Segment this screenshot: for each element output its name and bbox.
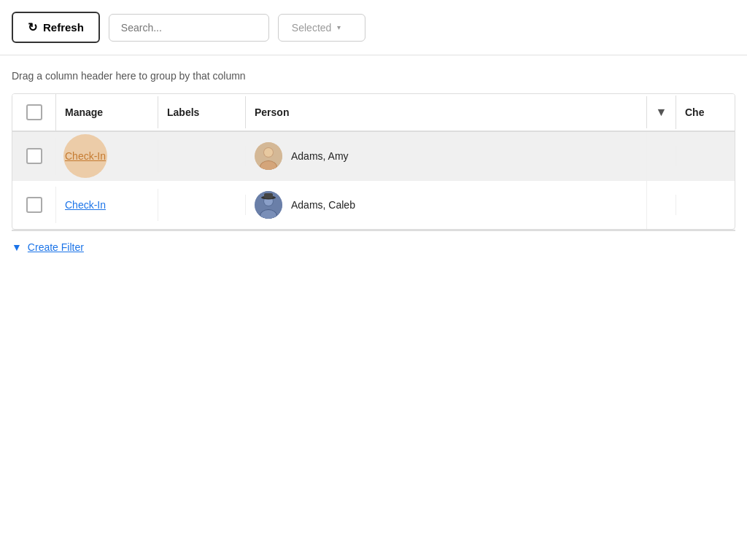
data-table: Manage Labels Person ▼ Che Check-In [12, 93, 735, 230]
refresh-icon: ↻ [28, 20, 37, 34]
header-person: Person [246, 96, 647, 128]
create-filter-row[interactable]: ▼ Create Filter [0, 231, 747, 263]
selected-dropdown[interactable]: Selected ▾ [278, 14, 365, 42]
create-filter-link[interactable]: Create Filter [28, 241, 84, 253]
checkin-link-caleb[interactable]: Check-In [65, 199, 106, 211]
person-cell-amy: Adams, Amy [246, 132, 647, 180]
header-checkbox-cell [12, 94, 56, 131]
avatar-caleb [255, 191, 282, 219]
svg-rect-11 [264, 193, 273, 198]
create-filter-icon: ▼ [12, 241, 22, 253]
header-manage: Manage [56, 96, 158, 128]
avatar-amy [255, 142, 282, 170]
checkin-extra-caleb [676, 195, 735, 215]
row-checkbox-cell [12, 187, 56, 223]
refresh-label: Refresh [43, 21, 84, 34]
search-input[interactable] [109, 14, 269, 42]
person-name-amy: Adams, Amy [291, 150, 349, 162]
toolbar: ↻ Refresh Selected ▾ [0, 0, 747, 55]
table-header: Manage Labels Person ▼ Che [12, 94, 735, 132]
svg-point-3 [264, 148, 273, 157]
person-name-caleb: Adams, Caleb [291, 199, 355, 211]
table-row: Check-In Adams, Amy [12, 132, 735, 181]
filter-cell-amy [647, 146, 676, 166]
chevron-down-icon: ▾ [337, 23, 341, 31]
header-filter-cell[interactable]: ▼ [647, 96, 676, 129]
select-all-checkbox[interactable] [26, 104, 42, 120]
row-checkbox-cell [12, 138, 56, 174]
labels-cell-caleb [158, 195, 246, 215]
labels-cell-amy [158, 146, 246, 166]
filter-icon: ▼ [656, 106, 667, 119]
checkin-link-amy[interactable]: Check-In [65, 150, 106, 162]
header-labels: Labels [158, 96, 246, 128]
filter-cell-caleb [647, 195, 676, 215]
person-cell-caleb: Adams, Caleb [246, 181, 647, 229]
refresh-button[interactable]: ↻ Refresh [12, 12, 100, 43]
manage-cell-caleb: Check-In [56, 189, 158, 221]
row-checkbox-amy[interactable] [26, 148, 42, 164]
group-hint: Drag a column header here to group by th… [0, 55, 747, 93]
table-row: Check-In Adams, Caleb [12, 181, 735, 229]
row-checkbox-caleb[interactable] [26, 197, 42, 213]
checkin-extra-amy [676, 146, 735, 166]
header-checkin: Che [676, 96, 735, 128]
manage-cell-amy: Check-In [56, 140, 158, 172]
selected-label: Selected [292, 22, 331, 34]
